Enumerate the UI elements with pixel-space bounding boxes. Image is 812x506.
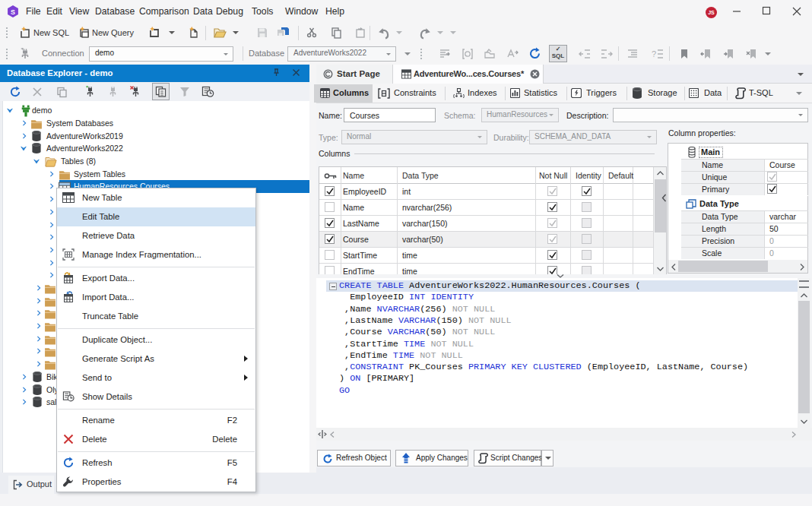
svg-text:S: S xyxy=(11,8,15,16)
svg-text:?: ? xyxy=(652,49,656,59)
